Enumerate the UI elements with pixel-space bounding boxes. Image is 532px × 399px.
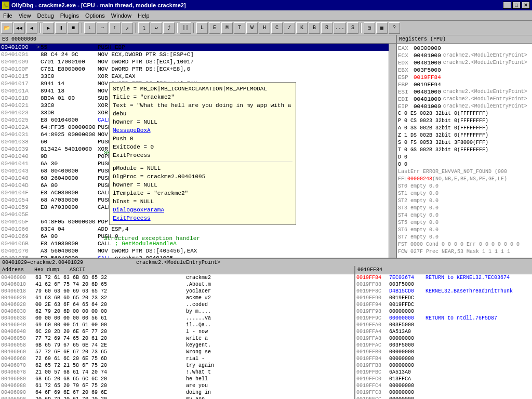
maximize-button[interactable]: □ [512, 2, 521, 9]
stack-row: 0019FFCC00000000 [355, 396, 532, 399]
tb-prev[interactable]: ◀◀ [14, 22, 25, 34]
menu-file[interactable]: File [0, 11, 16, 20]
disasm-row[interactable]: 00401001 8B C4 24 0CMOV ECX,DWORD PTR SS… [0, 51, 389, 58]
stack-content[interactable]: 0019FF847EC03674RETURN to KERNEL32.7EC03… [355, 274, 532, 399]
tb-L[interactable]: L [196, 22, 208, 34]
flag-row: D 0 [398, 154, 531, 161]
tb-S[interactable]: S [347, 22, 358, 34]
disasm-row[interactable]: 00401075 E8 56040000CALL crackme2.004010… [0, 255, 389, 258]
disasm-bytes: 64:8F05 00000000 [41, 218, 98, 225]
disasm-row[interactable]: 00401000>55PUSH EBP [0, 44, 389, 51]
disasm-dot [36, 240, 41, 247]
menu-help[interactable]: Help [135, 11, 153, 20]
tb-step-out[interactable]: ↑ [109, 22, 121, 34]
disasm-bytes: 33DB [41, 109, 98, 116]
close-button[interactable]: ✕ [522, 2, 530, 9]
tb-undo-trace[interactable]: ↩ [151, 22, 162, 34]
tb-trace[interactable]: ⤵ [138, 22, 150, 34]
tb-W[interactable]: W [246, 22, 258, 34]
disasm-row[interactable]: 00401009 C701 17000100MOV DWORD PTR DS:[… [0, 58, 389, 65]
disasm-bytes: 33C0 [41, 73, 98, 80]
disasm-addr: 00401039 [0, 145, 36, 153]
disasm-dot [36, 102, 41, 109]
tb-redo-trace[interactable]: ⤴ [163, 22, 175, 34]
stack-row: 0019FF9C00000000RETURN to ntdll.76F5D87 [355, 315, 532, 322]
tb-step-over[interactable]: → [97, 22, 108, 34]
disasm-row[interactable]: 00401070 A3 56040000MOV DWORD PTR DS:[40… [0, 247, 389, 255]
tb-animate[interactable]: ↗ [122, 22, 133, 34]
disasm-dot [36, 211, 41, 218]
menu-view[interactable]: View [16, 11, 34, 20]
disasm-dot [36, 175, 41, 182]
tb-stop[interactable]: ■ [68, 22, 79, 34]
disasm-scrollbar[interactable] [389, 44, 396, 258]
flag-row: P 0 CS 0023 32bit 0(FFFFFFFF) [398, 117, 531, 125]
hex-bytes: 41 62 6F 75 74 20 6D 65 [35, 281, 186, 288]
lasterr-row: LastErr ERROR_ENVVAR_NOT_FOUND (000 [398, 168, 531, 176]
hex-col-bytes: Hex dump [34, 267, 59, 273]
hex-bytes: 79 60 63 60 69 63 65 72 [35, 288, 186, 295]
stack-val: 013FFCA [389, 376, 425, 382]
tb-pause[interactable]: ⏸ [55, 22, 66, 34]
hex-addr: 00406040 [0, 322, 35, 328]
tb-bp[interactable]: || [180, 22, 191, 34]
stack-row: 0019FFA800000000 [355, 335, 532, 342]
tb-H[interactable]: H [259, 22, 270, 34]
tb-slash[interactable]: / [284, 22, 295, 34]
disasm-addr: 00401040 [0, 153, 36, 160]
disasm-dot [36, 233, 41, 240]
disasm-addr: 00401021 [0, 102, 36, 109]
reg-value: 00401000 [414, 59, 441, 66]
stack-addr: 0019FF90 [355, 295, 389, 301]
hex-addr: 00406070 [0, 362, 35, 369]
hex-row: 0040607062 65 72 21 58 6F 75 20try again [0, 362, 354, 369]
window-controls[interactable]: _ □ ✕ [503, 2, 530, 9]
tb-help[interactable]: ? [389, 22, 400, 34]
disasm-tooltip: Style = MB_OK|MB_ICONEXCLAMATION|MB_APPL… [109, 82, 296, 225]
tb-dots[interactable]: ... [334, 22, 346, 34]
tb-grid1[interactable]: ⊞ [364, 22, 375, 34]
disasm-row[interactable]: 00401015 33C0XOR EAX,EAX [0, 73, 389, 80]
menu-options[interactable]: Options [82, 11, 108, 20]
stack-val: 00000000 [389, 349, 425, 355]
tb-K[interactable]: K [296, 22, 308, 34]
hex-ascii: he hell [186, 376, 208, 382]
disasm-bytes: E8 A1030000 [41, 240, 98, 247]
fpu-row: ST1 empty 0.0 [398, 190, 531, 197]
hex-addr: 00406048 [0, 328, 35, 335]
hex-col-addr: Address [2, 267, 24, 273]
tb-C[interactable]: C [271, 22, 283, 34]
reg-value: 0019FF94 [414, 81, 441, 88]
stack-val: 003F5000 [389, 281, 425, 288]
tb-M[interactable]: M [221, 22, 233, 34]
tb-run[interactable]: ▶ [43, 22, 54, 34]
fpu-row: ST4 empty 0.0 [398, 212, 531, 219]
hex-row: 0040600063 72 61 63 6B 6D 65 32crackme2 [0, 274, 354, 281]
menu-plugins[interactable]: Plugins [57, 11, 82, 20]
hex-addr: 00406068 [0, 355, 35, 362]
registers-panel: Registers (FPU) EAX00000000ECX00401000 c… [397, 35, 532, 258]
menu-window[interactable]: Window [108, 11, 135, 20]
disasm-bytes: C701 17000100 [41, 58, 98, 65]
hex-content[interactable]: 0040600063 72 61 63 6B 6D 65 32crackme20… [0, 274, 354, 399]
tb-back[interactable]: ◀ [26, 22, 37, 34]
tb-open[interactable]: 📂 [1, 22, 12, 34]
disasm-row[interactable]: 00401066 83C4 04ADD ESP,4 [0, 225, 389, 233]
minimize-button[interactable]: _ [503, 2, 511, 9]
reg-row: EBX003F5000 [398, 66, 531, 74]
disasm-row[interactable]: 0040100F C781 E8000000MOV DWORD PTR DS:[… [0, 65, 389, 73]
reg-row: ESI00401000 crackme2.<ModuleEntryPoint> [398, 88, 531, 96]
tb-grid2[interactable]: ▦ [376, 22, 388, 34]
tb-E[interactable]: E [209, 22, 220, 34]
tb-B[interactable]: B [309, 22, 320, 34]
hex-row: 0040609820 6D 79 20 61 70 70 20 my app [0, 396, 354, 399]
hex-row: 0040602800 2E 63 6F 64 65 64 20..coded [0, 301, 354, 308]
menu-debug[interactable]: Debug [34, 11, 57, 20]
sep1 [39, 23, 41, 33]
reg-row: ECX00401000 crackme2.<ModuleEntryPoint> [398, 52, 531, 59]
tb-step-into[interactable]: ↓ [84, 22, 96, 34]
disasm-op: MOV ECX,DWORD PTR SS:[ESP+C] [98, 51, 389, 58]
tb-T[interactable]: T [234, 22, 245, 34]
tb-R[interactable]: R [321, 22, 332, 34]
disasm-bytes: E8 60104000 [41, 116, 98, 124]
